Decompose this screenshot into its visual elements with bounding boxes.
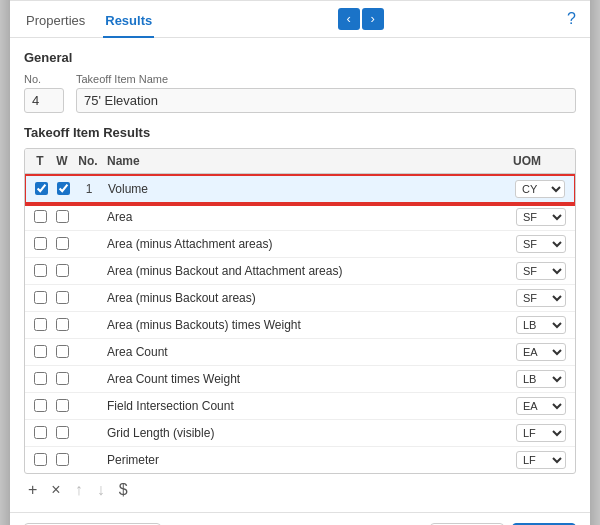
row-uom[interactable]: LFCYSFLBEA [511,451,571,469]
delete-button[interactable]: × [47,480,64,500]
uom-select[interactable]: LFCYSFLBEA [516,451,566,469]
modal: Takeoff Item Properties × Properties Res… [10,0,590,525]
row-name: Area Count [103,345,511,359]
tab-results[interactable]: Results [103,7,154,38]
table-row: 1 Volume CYSFLBEALF [25,174,575,204]
table-row: Area (minus Backouts) times Weight LBCYS… [25,312,575,339]
uom-select[interactable]: EACYSFLBLF [516,343,566,361]
row-w-checkbox[interactable] [51,372,73,385]
table-row: Grid Length (visible) LFCYSFLBEA [25,420,575,447]
row-uom[interactable]: LFCYSFLBEA [511,424,571,442]
no-label: No. [24,73,64,85]
table-row: Area Count times Weight LBCYSFEALF [25,366,575,393]
row-uom[interactable]: LBCYSFEALF [511,316,571,334]
row-uom[interactable]: SFCYLBEALF [511,289,571,307]
row-w-checkbox[interactable] [51,345,73,358]
results-section: Takeoff Item Results T W No. Name UOM [24,125,576,500]
row-name: Grid Length (visible) [103,426,511,440]
row-t-checkbox[interactable] [29,399,51,412]
row-t-checkbox[interactable] [29,318,51,331]
toolbar: + × ↑ ↓ $ [24,474,576,500]
row-t-checkbox[interactable] [29,426,51,439]
table-row: Area (minus Backout and Attachment areas… [25,258,575,285]
nav-arrows: ‹ › [338,8,384,36]
table-row: Area (minus Attachment areas) SFCYLBEALF [25,231,575,258]
uom-select[interactable]: LFCYSFLBEA [516,424,566,442]
uom-select[interactable]: SFCYLBEALF [516,208,566,226]
uom-select[interactable]: CYSFLBEALF [515,180,565,198]
row-t-checkbox[interactable] [29,372,51,385]
move-up-button[interactable]: ↑ [71,480,87,500]
row-t-checkbox[interactable] [29,237,51,250]
prev-arrow[interactable]: ‹ [338,8,360,30]
row-w-checkbox[interactable] [51,210,73,223]
row-w-checkbox[interactable] [51,264,73,277]
uom-select[interactable]: LBCYSFEALF [516,370,566,388]
row-t-checkbox[interactable] [29,345,51,358]
name-group: Takeoff Item Name [76,73,576,113]
header-uom: UOM [497,154,557,168]
row-t-checkbox[interactable] [29,264,51,277]
header-t: T [29,154,51,168]
row-w-checkbox[interactable] [51,237,73,250]
row-uom[interactable]: SFCYLBEALF [511,262,571,280]
modal-body: General No. Takeoff Item Name Takeoff It… [10,38,590,512]
row-name: Volume [104,182,510,196]
uom-select[interactable]: EACYSFLBLF [516,397,566,415]
general-section: General No. Takeoff Item Name [24,50,576,113]
results-table: T W No. Name UOM 1 Volume [24,148,576,474]
tabs-bar: Properties Results ‹ › ? [10,1,590,38]
row-uom[interactable]: EACYSFLBLF [511,397,571,415]
row-w-checkbox[interactable] [51,291,73,304]
header-name: Name [103,154,497,168]
row-name: Field Intersection Count [103,399,511,413]
row-w-checkbox[interactable] [51,453,73,466]
row-uom[interactable]: EACYSFLBLF [511,343,571,361]
row-name: Area Count times Weight [103,372,511,386]
row-uom[interactable]: SFCYLBEALF [511,235,571,253]
name-label: Takeoff Item Name [76,73,576,85]
row-name: Perimeter [103,453,511,467]
row-w-checkbox[interactable] [52,182,74,195]
add-button[interactable]: + [24,480,41,500]
row-name: Area (minus Backouts) times Weight [103,318,511,332]
row-name: Area (minus Attachment areas) [103,237,511,251]
row-uom[interactable]: LBCYSFEALF [511,370,571,388]
uom-select[interactable]: SFCYLBEALF [516,235,566,253]
row-w-checkbox[interactable] [51,399,73,412]
no-input[interactable] [24,88,64,113]
name-input[interactable] [76,88,576,113]
modal-footer: Save as Template Cancel Save [10,512,590,526]
table-row: Area (minus Backout areas) SFCYLBEALF [25,285,575,312]
row-name: Area (minus Backout areas) [103,291,511,305]
move-down-button[interactable]: ↓ [93,480,109,500]
table-row: Perimeter LFCYSFLBEA [25,447,575,473]
uom-select[interactable]: SFCYLBEALF [516,289,566,307]
table-body: 1 Volume CYSFLBEALF Area [25,174,575,473]
row-w-checkbox[interactable] [51,318,73,331]
row-name: Area [103,210,511,224]
row-name: Area (minus Backout and Attachment areas… [103,264,511,278]
row-t-checkbox[interactable] [30,182,52,195]
results-section-label: Takeoff Item Results [24,125,576,140]
row-t-checkbox[interactable] [29,453,51,466]
help-icon[interactable]: ? [567,10,576,34]
uom-select[interactable]: LBCYSFEALF [516,316,566,334]
dollar-button[interactable]: $ [115,480,132,500]
table-header: T W No. Name UOM [25,149,575,174]
table-row: Area SFCYLBEALF [25,204,575,231]
uom-select[interactable]: SFCYLBEALF [516,262,566,280]
row-uom[interactable]: CYSFLBEALF [510,180,570,198]
row-t-checkbox[interactable] [29,210,51,223]
tab-properties[interactable]: Properties [24,7,87,38]
general-form-row: No. Takeoff Item Name [24,73,576,113]
header-no: No. [73,154,103,168]
row-t-checkbox[interactable] [29,291,51,304]
row-no: 1 [74,182,104,196]
header-w: W [51,154,73,168]
row-w-checkbox[interactable] [51,426,73,439]
table-row: Field Intersection Count EACYSFLBLF [25,393,575,420]
no-group: No. [24,73,64,113]
row-uom[interactable]: SFCYLBEALF [511,208,571,226]
next-arrow[interactable]: › [362,8,384,30]
